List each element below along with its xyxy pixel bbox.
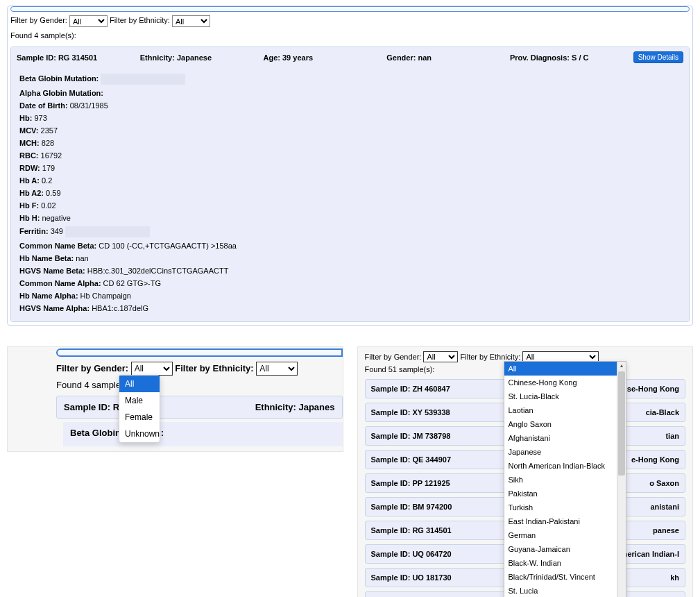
detail-row: Alpha Globin Mutation:: [19, 87, 681, 99]
dropdown-scrollbar[interactable]: ▴ ▾: [617, 362, 626, 597]
detail-value: 973: [34, 114, 46, 122]
ethnicity-option[interactable]: St. Lucia-Black: [504, 389, 617, 403]
detail-row: MCV: 2357: [19, 124, 681, 137]
ethnicity-option[interactable]: Sikh: [504, 473, 617, 487]
detail-row: Hb A2: 0.59: [19, 187, 681, 199]
detail-label: MCV:: [19, 126, 41, 135]
detail-label: Ferritin:: [19, 227, 51, 235]
detail-row: Common Name Beta: CD 100 (-CC,+TCTGAGAAC…: [19, 239, 681, 252]
sample-header[interactable]: Sample ID: RG Ethnicity: Japanes: [56, 396, 343, 419]
detail-row: MCH: 828: [19, 137, 681, 149]
sample-ethnicity: o Saxon: [645, 479, 679, 487]
filter-gender-select[interactable]: All: [131, 362, 173, 376]
scroll-up-icon[interactable]: ▴: [617, 362, 626, 370]
filter-line: Filter by Gender: All Filter by Ethnicit…: [56, 362, 339, 376]
found-count: Found 4 sample(s: [56, 380, 128, 390]
filter-ethnicity-label: Filter by Ethnicity:: [175, 363, 253, 373]
ethnicity-option[interactable]: Turkish: [504, 501, 617, 514]
detail-row: Beta Globin Mutation:: [19, 72, 681, 87]
filter-gender-label: Filter by Gender:: [56, 363, 128, 373]
detail-value: 08/31/1985: [70, 101, 108, 110]
filter-ethnicity-select[interactable]: All: [172, 15, 210, 27]
found-count: Found 51 sample(s):: [365, 365, 435, 373]
detail-label: MCH:: [19, 139, 42, 147]
detail-value: 16792: [41, 151, 62, 160]
detail-input[interactable]: [65, 226, 150, 237]
detail-row: Hb Name Alpha: Hb Champaign: [19, 289, 681, 302]
gender-option[interactable]: Female: [119, 409, 160, 426]
sample-details: Beta Globin Mutation: Alpha Globin Mutat…: [11, 67, 689, 321]
ethnicity-option[interactable]: Black-W. Indian: [504, 556, 617, 570]
sample-ethnicity: kh: [666, 573, 679, 582]
detail-label: Common Name Alpha:: [19, 279, 103, 287]
inset-ethnicity-panel: Filter by Gender: All Filter by Ethnicit…: [357, 346, 694, 597]
filter-gender-select[interactable]: All: [69, 15, 108, 27]
ethnicity-option[interactable]: North American Indian-Black: [504, 459, 617, 473]
detail-label: RBC:: [19, 151, 41, 160]
gender-value: nan: [418, 53, 432, 62]
gender-option[interactable]: Unknown: [119, 426, 160, 442]
detail-value: nan: [76, 254, 88, 262]
ethnicity-option[interactable]: Laotian: [504, 403, 617, 417]
detail-value: negative: [42, 214, 71, 222]
detail-row: Hb F: 0.02: [19, 199, 681, 212]
detail-label: Hb F:: [19, 201, 41, 210]
gender-option[interactable]: All: [119, 376, 160, 392]
ethnicity-dropdown-menu[interactable]: AllChinese-Hong KongSt. Lucia-BlackLaoti…: [504, 361, 626, 597]
detail-label: Common Name Beta:: [19, 242, 99, 250]
detail-label: Hb A2:: [19, 189, 46, 197]
diagnosis-label: Prov. Diagnosis:: [510, 53, 570, 62]
ethnicity-option[interactable]: Japanese: [504, 445, 617, 459]
detail-label: HGVS Name Beta:: [19, 267, 87, 275]
ethnicity-option[interactable]: Pakistan: [504, 487, 617, 501]
ethnicity-option[interactable]: St. Lucia: [504, 584, 617, 597]
detail-label: Beta Globin Mutation:: [19, 74, 101, 83]
ethnicity-option[interactable]: Guyana-Jamaican: [504, 542, 617, 556]
ethnicity-option[interactable]: Anglo Saxon: [504, 417, 617, 431]
detail-value: 349: [51, 227, 63, 235]
sample-header[interactable]: Sample ID: RG 314501 Ethnicity: Japanese…: [11, 47, 689, 67]
gender-option[interactable]: Male: [119, 392, 160, 409]
ethnicity-option[interactable]: East Indian-Pakistani: [504, 514, 617, 528]
inset-gender-panel: Filter by Gender: All Filter by Ethnicit…: [7, 346, 343, 452]
sample-card: Sample ID: RG 314501 Ethnicity: Japanese…: [10, 47, 690, 322]
detail-label: Hb:: [19, 114, 34, 122]
gender-dropdown-menu[interactable]: AllMaleFemaleUnknown: [119, 375, 160, 443]
detail-value: HBA1:c.187delG: [92, 304, 148, 312]
sample-id-label: Sample ID:: [17, 53, 56, 62]
search-bar-stub: [56, 348, 343, 357]
detail-input[interactable]: [101, 74, 185, 85]
filter-gender-label: Filter by Gender:: [10, 16, 67, 24]
ethnicity-option[interactable]: All: [504, 362, 617, 376]
ethnicity-option[interactable]: Afghanistani: [504, 431, 617, 445]
inset-row: Filter by Gender: All Filter by Ethnicit…: [0, 326, 700, 597]
detail-value: HBB:c.301_302delCCinsTCTGAGAACTT: [87, 267, 229, 275]
detail-label: Hb A:: [19, 176, 42, 185]
detail-row: RDW: 179: [19, 162, 681, 174]
beta-globin-row: Beta Globin Mutation:: [63, 422, 343, 446]
search-bar-stub: [10, 6, 690, 12]
diagnosis-value: S / C: [572, 53, 588, 62]
detail-label: Alpha Globin Mutation:: [19, 89, 103, 97]
ethnicity-option[interactable]: Black/Trinidad/St. Vincent: [504, 570, 617, 584]
detail-label: Hb Name Alpha:: [19, 292, 80, 300]
detail-row: Hb A: 0.2: [19, 174, 681, 187]
detail-row: Hb Name Beta: nan: [19, 252, 681, 264]
scroll-thumb[interactable]: [618, 371, 625, 476]
filter-ethnicity-select[interactable]: All: [256, 362, 298, 376]
detail-value: 0.2: [42, 176, 52, 185]
detail-row: HGVS Name Beta: HBB:c.301_302delCCinsTCT…: [19, 264, 681, 277]
sample-ethnicity: se-Hong Kong: [623, 385, 679, 393]
sample-id-value: RG 314501: [58, 53, 97, 62]
sample-ethnicity: anistani: [646, 503, 679, 511]
detail-row: HGVS Name Alpha: HBA1:c.187delG: [19, 302, 681, 314]
detail-row: Hb H: negative: [19, 212, 681, 224]
detail-value: 2357: [41, 126, 58, 135]
filter-gender-select[interactable]: All: [423, 351, 458, 362]
ethnicity-option[interactable]: German: [504, 528, 617, 542]
ethnicity-option[interactable]: Chinese-Hong Kong: [504, 376, 617, 389]
show-details-button[interactable]: Show Details: [633, 51, 683, 63]
detail-value: 0.02: [41, 201, 56, 210]
detail-value: 179: [42, 164, 55, 172]
detail-value: CD 62 GTG>-TG: [103, 279, 161, 287]
